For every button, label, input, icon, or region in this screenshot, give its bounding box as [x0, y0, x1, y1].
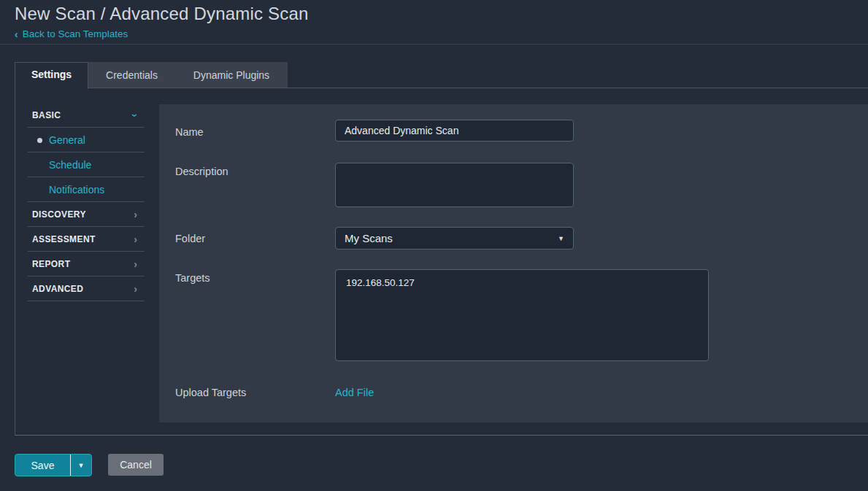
- tab-dynamic-plugins[interactable]: Dynamic Plugins: [175, 62, 288, 88]
- sidebar-section-report[interactable]: REPORT ›: [28, 252, 145, 277]
- folder-select[interactable]: My Scans ▼: [335, 227, 574, 250]
- sidebar-item-notifications[interactable]: Notifications: [28, 177, 145, 202]
- chevron-down-icon: ›: [131, 113, 141, 117]
- tab-strip: Credentials Dynamic Plugins: [88, 62, 288, 88]
- add-file-link[interactable]: Add File: [335, 387, 374, 398]
- sidebar-item-schedule-label: Schedule: [28, 159, 145, 171]
- targets-label: Targets: [175, 272, 210, 284]
- chevron-right-icon: ›: [134, 209, 145, 220]
- sidebar-section-advanced[interactable]: ADVANCED ›: [28, 277, 145, 301]
- settings-panel: BASIC › General Schedule Notifications D…: [15, 88, 868, 436]
- page-title: New Scan / Advanced Dynamic Scan: [15, 4, 309, 24]
- folder-label: Folder: [175, 233, 205, 244]
- sidebar-section-assessment[interactable]: ASSESSMENT ›: [28, 227, 145, 252]
- tab-credentials[interactable]: Credentials: [88, 62, 175, 88]
- sidebar-section-discovery-label: DISCOVERY: [28, 209, 134, 220]
- sidebar-section-discovery[interactable]: DISCOVERY ›: [28, 202, 145, 227]
- sidebar-section-basic[interactable]: BASIC ›: [28, 103, 145, 128]
- name-label: Name: [175, 126, 204, 138]
- tab-dynamic-plugins-label: Dynamic Plugins: [193, 69, 269, 81]
- active-item-bullet-icon: [37, 138, 42, 143]
- save-options-caret[interactable]: ▼: [71, 455, 91, 476]
- sidebar-section-basic-label: BASIC: [28, 110, 134, 120]
- back-chevron-icon: ‹: [15, 29, 18, 39]
- chevron-right-icon: ›: [134, 234, 145, 244]
- sidebar-section-advanced-label: ADVANCED: [28, 284, 134, 294]
- sidebar-item-schedule[interactable]: Schedule: [28, 152, 145, 177]
- sidebar-section-assessment-label: ASSESSMENT: [28, 234, 134, 244]
- name-input[interactable]: [335, 120, 574, 142]
- tab-credentials-label: Credentials: [106, 69, 158, 81]
- description-textarea[interactable]: [335, 163, 574, 207]
- save-button[interactable]: Save: [15, 455, 71, 476]
- upload-targets-label: Upload Targets: [175, 387, 246, 398]
- targets-textarea[interactable]: 192.168.50.127: [335, 269, 709, 361]
- cancel-button[interactable]: Cancel: [108, 454, 164, 476]
- save-button-label: Save: [31, 460, 55, 471]
- sidebar-section-report-label: REPORT: [28, 259, 134, 269]
- caret-down-icon: ▼: [78, 462, 85, 469]
- sidebar-item-general-label: General: [28, 134, 145, 146]
- page-header: New Scan / Advanced Dynamic Scan ‹ Back …: [0, 0, 868, 45]
- caret-down-icon: ▼: [558, 235, 564, 242]
- chevron-right-icon: ›: [134, 259, 145, 269]
- folder-select-value: My Scans: [345, 232, 393, 244]
- save-split-button: Save ▼: [15, 454, 92, 476]
- back-to-scan-templates-link[interactable]: ‹ Back to Scan Templates: [15, 28, 128, 39]
- cancel-button-label: Cancel: [120, 459, 152, 471]
- description-label: Description: [175, 166, 228, 177]
- general-settings-form: Name Description Folder My Scans ▼ Targe…: [159, 104, 868, 422]
- back-link-label: Back to Scan Templates: [23, 28, 128, 39]
- sidebar-item-general[interactable]: General: [28, 128, 145, 152]
- chevron-right-icon: ›: [134, 284, 145, 294]
- tab-settings-label: Settings: [31, 69, 72, 80]
- settings-sidebar: BASIC › General Schedule Notifications D…: [28, 103, 145, 301]
- sidebar-item-notifications-label: Notifications: [28, 184, 145, 196]
- tab-settings[interactable]: Settings: [15, 62, 88, 89]
